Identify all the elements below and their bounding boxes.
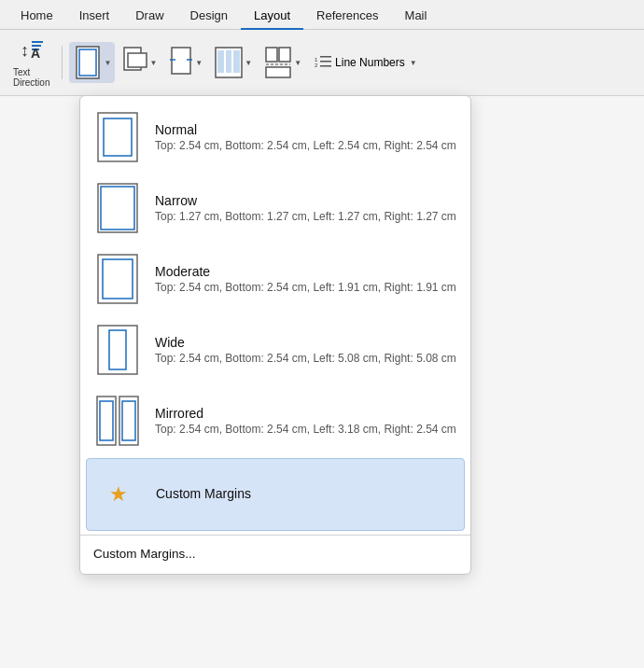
svg-rect-27: [98, 184, 137, 232]
svg-rect-23: [320, 61, 331, 63]
mirrored-margin-desc: Top: 2.54 cm, Bottom: 2.54 cm, Left: 3.1…: [155, 423, 456, 436]
line-numbers-button[interactable]: 1 2 Line Numbers ▼: [309, 51, 423, 74]
margins-button[interactable]: ▼: [69, 42, 115, 83]
tab-bar: Home Insert Draw Design Layout Reference…: [0, 0, 644, 30]
size-button[interactable]: ▼: [164, 43, 206, 82]
ribbon: Home Insert Draw Design Layout Reference…: [0, 0, 644, 96]
tab-insert[interactable]: Insert: [66, 4, 123, 30]
size-dropdown-arrow: ▼: [195, 59, 203, 67]
normal-margin-desc: Top: 2.54 cm, Bottom: 2.54 cm, Left: 2.5…: [155, 139, 456, 152]
size-group[interactable]: ▼: [164, 43, 206, 82]
svg-text:2: 2: [315, 63, 318, 68]
tab-layout[interactable]: Layout: [241, 4, 303, 30]
tab-references[interactable]: References: [303, 4, 391, 30]
text-direction-label: TextDirection: [13, 67, 49, 88]
narrow-margin-icon: [93, 180, 142, 236]
svg-rect-1: [32, 41, 43, 43]
moderate-margin-icon: [93, 251, 142, 307]
narrow-margin-desc: Top: 1.27 cm, Bottom: 1.27 cm, Left: 1.2…: [155, 210, 456, 223]
margins-dropdown-menu: Normal Top: 2.54 cm, Bottom: 2.54 cm, Le…: [79, 95, 471, 575]
tab-mail[interactable]: Mail: [392, 4, 441, 30]
svg-rect-31: [98, 326, 137, 374]
custom-margins-dialog-label: Custom Margins...: [93, 547, 196, 561]
margin-option-custom[interactable]: ★ Custom Margins: [86, 458, 465, 531]
custom-margins-dialog-button[interactable]: Custom Margins...: [80, 539, 470, 568]
svg-rect-13: [217, 50, 224, 73]
separator-1: [62, 46, 63, 79]
svg-rect-19: [266, 67, 290, 77]
columns-button[interactable]: ▼: [210, 43, 256, 82]
breaks-button[interactable]: ▼: [259, 43, 305, 82]
star-icon: ★: [109, 482, 128, 507]
margin-option-mirrored[interactable]: Mirrored Top: 2.54 cm, Bottom: 2.54 cm, …: [80, 385, 470, 456]
breaks-group[interactable]: ▼: [259, 43, 305, 82]
wide-margin-name: Wide: [155, 335, 456, 350]
svg-rect-16: [266, 48, 277, 62]
margin-option-moderate[interactable]: Moderate Top: 2.54 cm, Bottom: 2.54 cm, …: [80, 244, 470, 314]
svg-rect-15: [233, 50, 240, 73]
svg-rect-29: [98, 255, 137, 303]
orientation-button[interactable]: ▼: [119, 43, 161, 82]
custom-margin-icon: ★: [94, 466, 143, 522]
margin-option-wide[interactable]: Wide Top: 2.54 cm, Bottom: 2.54 cm, Left…: [80, 314, 470, 385]
svg-rect-24: [320, 65, 331, 67]
mirrored-margin-name: Mirrored: [155, 406, 456, 421]
margins-group[interactable]: ▼: [69, 42, 115, 83]
tab-design[interactable]: Design: [177, 4, 241, 30]
line-numbers-dropdown-arrow: ▼: [410, 59, 417, 67]
margin-option-normal[interactable]: Normal Top: 2.54 cm, Bottom: 2.54 cm, Le…: [80, 102, 470, 173]
margins-dropdown-arrow: ▼: [104, 59, 111, 67]
menu-divider: [80, 535, 470, 536]
breaks-dropdown-arrow: ▼: [294, 59, 301, 67]
moderate-margin-desc: Top: 2.54 cm, Bottom: 2.54 cm, Left: 1.9…: [155, 281, 456, 294]
wide-margin-desc: Top: 2.54 cm, Bottom: 2.54 cm, Left: 5.0…: [155, 352, 456, 365]
narrow-margin-name: Narrow: [155, 193, 456, 208]
columns-group[interactable]: ▼: [210, 43, 256, 82]
margin-option-narrow[interactable]: Narrow Top: 1.27 cm, Bottom: 1.27 cm, Le…: [80, 173, 470, 244]
orientation-dropdown-arrow: ▼: [149, 59, 157, 67]
line-numbers-label: Line Numbers: [335, 56, 405, 69]
svg-text:A: A: [31, 46, 40, 61]
tab-draw[interactable]: Draw: [122, 4, 176, 30]
toolbar-row: ↕ A TextDirection ▼: [0, 30, 644, 95]
svg-rect-14: [226, 50, 231, 73]
svg-text:↕: ↕: [21, 41, 29, 60]
mirrored-margin-icon: [93, 393, 142, 449]
tab-home[interactable]: Home: [7, 4, 66, 30]
svg-rect-17: [279, 48, 290, 62]
custom-margin-name: Custom Margins: [156, 486, 251, 501]
svg-rect-9: [172, 48, 190, 74]
moderate-margin-name: Moderate: [155, 264, 456, 279]
text-direction-icon: ↕ A: [19, 37, 45, 66]
orientation-group[interactable]: ▼: [119, 43, 161, 82]
svg-rect-8: [128, 53, 147, 67]
text-direction-button[interactable]: ↕ A TextDirection: [7, 34, 55, 91]
columns-dropdown-arrow: ▼: [245, 59, 252, 67]
normal-margin-name: Normal: [155, 122, 456, 137]
wide-margin-icon: [93, 322, 142, 378]
normal-margin-icon: [93, 109, 142, 165]
svg-rect-22: [320, 56, 331, 58]
